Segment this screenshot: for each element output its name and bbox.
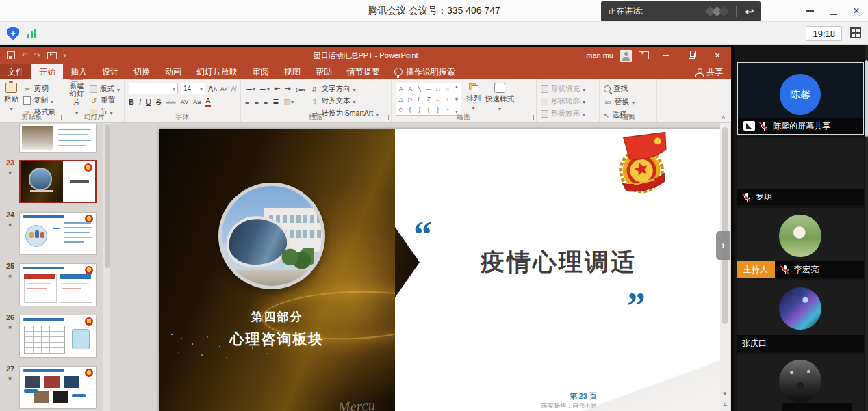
tell-me-search[interactable]: 操作说明搜索 bbox=[387, 64, 462, 79]
change-case-button[interactable]: Aa bbox=[193, 98, 201, 105]
text-shadow-button[interactable]: abc bbox=[166, 98, 176, 105]
replace-button[interactable]: ab替换 bbox=[604, 97, 635, 107]
participant-tile[interactable]: 罗玥 bbox=[737, 138, 864, 205]
font-name-select[interactable] bbox=[129, 83, 178, 94]
slide-thumbnail-22-partial[interactable] bbox=[19, 124, 97, 153]
tab-help[interactable]: 帮助 bbox=[308, 64, 340, 79]
sidebar-scrollbar[interactable] bbox=[865, 45, 868, 411]
new-slide-button[interactable]: 新建幻灯片 bbox=[68, 83, 85, 112]
collapse-ribbon-icon[interactable]: ∧ bbox=[721, 114, 726, 120]
char-spacing-button[interactable]: AV bbox=[181, 98, 188, 105]
slide-thumbnail-25[interactable] bbox=[19, 263, 97, 306]
hide-sidebar-button[interactable]: › bbox=[716, 231, 730, 260]
reset-button[interactable]: ↺重置 bbox=[90, 96, 120, 105]
close-button[interactable]: × bbox=[845, 0, 868, 22]
tab-home[interactable]: 开始 bbox=[31, 64, 63, 79]
quick-styles-button[interactable]: 快速样式 bbox=[485, 83, 514, 112]
slide-thumbnail-26[interactable] bbox=[19, 315, 97, 358]
font-color-button[interactable]: A bbox=[205, 98, 210, 107]
meeting-toolbar: + 19:18 bbox=[0, 22, 868, 45]
text-direction-button[interactable]: ⇵文字方向 bbox=[310, 84, 379, 94]
scroll-down-button[interactable]: ▼ bbox=[720, 388, 730, 399]
copy-button[interactable]: 复制 bbox=[23, 96, 56, 105]
fullscreen-button[interactable] bbox=[850, 27, 861, 38]
undo-icon[interactable]: ↶ bbox=[21, 51, 28, 59]
dialog-launcher-icon[interactable] bbox=[383, 115, 389, 120]
tab-file[interactable]: 文件 bbox=[0, 64, 31, 79]
qat-dropdown-icon[interactable]: ▾ bbox=[63, 53, 66, 59]
dialog-launcher-icon[interactable] bbox=[528, 115, 534, 120]
align-right-button[interactable]: ≡ bbox=[264, 98, 268, 106]
tab-design[interactable]: 设计 bbox=[94, 64, 126, 79]
participants-sidebar: 陈馨 陈馨的屏幕共享 罗玥 主持人 bbox=[734, 45, 868, 411]
scrollbar-thumb[interactable] bbox=[105, 124, 110, 268]
line-spacing-button[interactable]: ↕≡ bbox=[294, 85, 305, 93]
bold-button[interactable]: B bbox=[129, 98, 134, 106]
dialog-launcher-icon[interactable] bbox=[233, 115, 238, 120]
align-text-button[interactable]: ⇳对齐文本 bbox=[310, 96, 379, 106]
tab-insert[interactable]: 插入 bbox=[63, 64, 94, 79]
participant-tile-host[interactable]: 主持人 李宏亮 bbox=[737, 208, 864, 278]
participant-tile[interactable] bbox=[737, 354, 864, 411]
share-button[interactable]: 共享 bbox=[695, 64, 731, 79]
underline-button[interactable]: U bbox=[146, 98, 151, 106]
save-icon[interactable] bbox=[7, 51, 15, 59]
layout-button[interactable]: 版式 bbox=[90, 84, 120, 94]
ppt-minimize-button[interactable] bbox=[656, 47, 675, 64]
arrange-button[interactable]: 排列 bbox=[466, 83, 481, 112]
shapes-gallery[interactable]: AA╲—□○ △▷LZ←↓ ◇(){}~ ▲ ▼ ▼ bbox=[396, 83, 461, 116]
columns-button[interactable]: ▥ bbox=[283, 97, 293, 106]
align-center-button[interactable]: ≡ bbox=[254, 98, 258, 106]
start-slideshow-icon[interactable] bbox=[47, 52, 57, 59]
gallery-scroll[interactable]: ▲ ▼ ▼ bbox=[452, 83, 461, 115]
strikethrough-button[interactable]: S bbox=[156, 98, 161, 106]
redo-icon[interactable]: ↷ bbox=[34, 51, 41, 59]
shrink-font-button[interactable]: A˅ bbox=[220, 85, 228, 92]
reply-arrow-icon[interactable]: ↩ bbox=[745, 6, 754, 16]
account-avatar[interactable] bbox=[620, 50, 632, 62]
font-size-select[interactable]: 14 bbox=[181, 83, 205, 94]
italic-button[interactable]: I bbox=[139, 98, 141, 106]
numbering-button[interactable]: ≕ bbox=[259, 84, 270, 93]
shape-fill-button[interactable]: 形状填充 bbox=[541, 84, 585, 94]
ppt-close-button[interactable]: × bbox=[708, 47, 727, 64]
scrollbar-thumb[interactable] bbox=[865, 60, 868, 137]
tab-storyboard[interactable]: 情节提要 bbox=[340, 64, 387, 79]
slide-thumbnail-24[interactable] bbox=[19, 212, 97, 255]
increase-indent-button[interactable]: ⇥ bbox=[284, 84, 290, 93]
align-left-button[interactable]: ≡ bbox=[245, 98, 249, 106]
tab-transitions[interactable]: 切换 bbox=[126, 64, 157, 79]
find-button[interactable]: 查找 bbox=[604, 84, 635, 94]
participant-tile-screen-share[interactable]: 陈馨 陈馨的屏幕共享 bbox=[737, 62, 864, 135]
account-name[interactable]: man mu bbox=[586, 51, 613, 59]
next-slide-button[interactable]: ⇊ bbox=[720, 399, 730, 410]
bullets-button[interactable]: ≔ bbox=[245, 84, 255, 93]
decrease-indent-button[interactable]: ⇤ bbox=[274, 84, 280, 93]
justify-button[interactable]: ≣ bbox=[272, 97, 279, 106]
dialog-launcher-icon[interactable] bbox=[56, 115, 62, 120]
tab-slideshow[interactable]: 幻灯片放映 bbox=[189, 64, 245, 79]
slide-thumbnail-27[interactable] bbox=[19, 366, 97, 409]
security-shield-icon[interactable]: + bbox=[7, 27, 19, 40]
tab-animations[interactable]: 动画 bbox=[157, 64, 189, 79]
grow-font-button[interactable]: A˄ bbox=[208, 85, 218, 93]
slide-thumbnail-23-selected[interactable] bbox=[19, 160, 97, 203]
restore-button[interactable] bbox=[821, 0, 845, 22]
scrollbar-thumb[interactable] bbox=[722, 127, 728, 324]
ppt-restore-button[interactable] bbox=[682, 47, 701, 64]
clear-format-button[interactable]: A̸ bbox=[231, 85, 235, 93]
shared-screen-powerpoint: ↶ ↷ ▾ 团日活动汇总PPT - PowerPoint man mu × 文件 bbox=[0, 47, 731, 411]
tab-view[interactable]: 视图 bbox=[277, 64, 308, 79]
thumbnail-scrollbar[interactable] bbox=[103, 123, 110, 411]
shape-effects-button[interactable]: 形状效果 bbox=[541, 109, 585, 118]
network-signal-icon[interactable] bbox=[27, 29, 38, 38]
paste-button[interactable]: 粘贴 bbox=[4, 83, 18, 112]
slide-scrollbar[interactable]: ▼ ⇊ bbox=[720, 123, 730, 411]
shape-outline-button[interactable]: 形状轮廓 bbox=[541, 96, 585, 106]
tab-review[interactable]: 审阅 bbox=[245, 64, 277, 79]
cut-button[interactable]: ✂剪切 bbox=[23, 84, 56, 94]
participant-tile[interactable]: 张庆口 bbox=[737, 280, 864, 352]
avatar-luoyue bbox=[779, 144, 821, 186]
minimize-button[interactable] bbox=[798, 0, 821, 22]
ribbon-display-options-icon[interactable] bbox=[639, 51, 649, 59]
